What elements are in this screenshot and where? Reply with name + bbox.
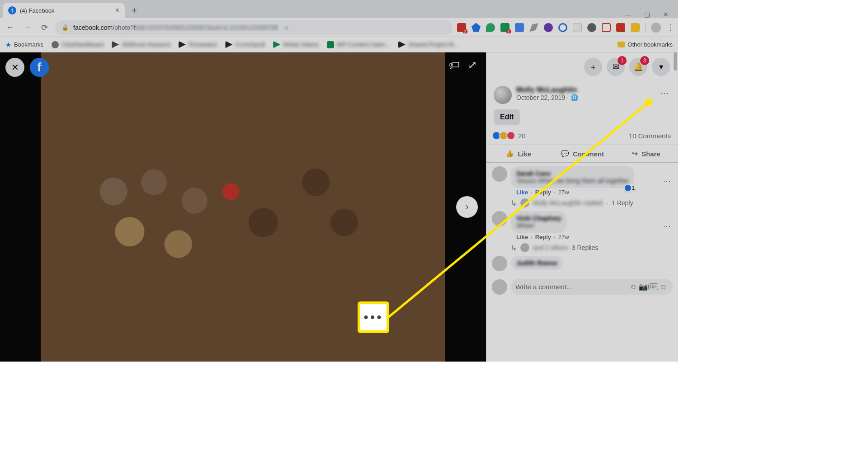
post-date[interactable]: October 22, 2019 [516,94,565,101]
post-options-button[interactable]: ⋯ [658,86,671,100]
emoji-icon[interactable]: ☺ [628,283,638,291]
bookmark-item[interactable]: Wistia Videos [273,41,319,48]
replier-avatar [520,243,529,252]
tab-title: (4) Facebook [20,7,112,14]
reactions-summary: 20 10 Comments [486,128,678,145]
commenter-avatar[interactable] [492,256,507,271]
camera-icon[interactable]: 📷 [638,282,648,291]
post-meta: October 22, 2019 · 🌐 [516,94,654,101]
privacy-icon[interactable]: 🌐 [571,94,578,101]
fullscreen-icon[interactable]: ⤢ [468,59,477,71]
annotation-callout: ••• [358,301,389,333]
scrollbar[interactable] [673,52,678,362]
bookmark-item[interactable]: ClickDashBoard [52,41,104,48]
extension-icon[interactable] [500,23,509,32]
notifications-button[interactable]: 🔔3 [629,58,647,76]
comment-options-button[interactable]: ⋯ [661,176,673,186]
bookmarks-bar: ★Bookmarks ClickDashBoard SEMrush Keywor… [0,37,678,52]
bookmark-item[interactable]: Pricewatch [179,41,217,48]
account-menu-button[interactable]: ▾ [652,58,670,76]
reply-arrow-icon: ↳ [511,199,517,207]
commenter-name[interactable]: Judith Rowse [516,259,557,267]
extension-icon[interactable] [631,23,640,32]
reaction-icons[interactable]: 20 [494,131,526,140]
comment-bubble: Sarah Cass Yessss When we bring them all… [511,166,634,188]
extension-icon[interactable] [457,23,466,32]
view-replies-link[interactable]: ↳ Molly McLaughlin replied · 1 Reply [492,198,673,207]
commenter-avatar[interactable] [492,211,507,226]
tab-strip: f (4) Facebook × + — ▢ ✕ [0,0,678,18]
extension-abp-icon[interactable] [616,23,625,32]
extension-icon[interactable] [573,23,582,32]
tag-icon[interactable]: 🏷 [449,59,460,71]
gif-icon[interactable]: GIF [648,283,658,290]
share-icon: ↪ [632,150,638,158]
comment-composer: Write a comment... ☺ 📷 GIF ☺ [486,274,678,299]
photo-stage: ✕ f 🏷 ⤢ › [0,52,486,362]
extension-evernote-icon[interactable] [486,23,495,32]
comment-reply-link[interactable]: Reply [535,189,551,196]
extension-icon[interactable] [544,23,553,32]
reload-button[interactable]: ⟳ [38,23,51,33]
address-bar[interactable]: 🔒 facebook.com/photo?fbid=10157520631234… [55,20,453,35]
bookmark-item[interactable]: WP Content Calen... [327,41,390,48]
comments-count[interactable]: 10 Comments [629,132,671,140]
my-avatar[interactable] [492,279,507,295]
bookmark-item[interactable]: SEMrush Keyword [112,41,170,48]
window-close-icon[interactable]: ✕ [662,11,670,18]
window-minimize-icon[interactable]: — [624,11,632,18]
extension-icon[interactable] [529,23,538,32]
share-button[interactable]: ↪Share [614,145,678,162]
browser-toolbar: ← → ⟳ 🔒 facebook.com/photo?fbid=10157520… [0,18,678,37]
comment-reaction-pill[interactable]: 1 [624,184,637,192]
window-maximize-icon[interactable]: ▢ [643,11,651,18]
extension-icon[interactable] [602,23,611,32]
bookmark-star-icon[interactable]: ☆ [283,23,289,32]
forward-button[interactable]: → [21,23,33,32]
comment: Sarah Cass Yessss When we bring them all… [492,166,673,196]
comment-bubble: Vicki Chaplney Whee! [511,211,566,233]
caret-down-icon: ▾ [659,62,663,72]
sticker-icon[interactable]: ☺ [658,283,668,291]
comment-options-button[interactable]: ⋯ [661,221,673,231]
facebook-favicon: f [8,6,16,14]
comment-like-link[interactable]: Like [516,189,528,196]
bookmark-item[interactable]: Shared Project M... [398,41,458,48]
comment-reply-link[interactable]: Reply [535,234,551,240]
extension-icon[interactable] [558,23,567,32]
other-bookmarks[interactable]: Other bookmarks [618,41,673,48]
next-photo-button[interactable]: › [456,196,478,218]
facebook-logo[interactable]: f [30,58,49,77]
like-button[interactable]: 👍Like [486,145,550,162]
reaction-love-icon [506,131,515,140]
comment-like-link[interactable]: Like [516,234,528,240]
commenter-name[interactable]: Sarah Cass [516,170,629,177]
commenter-avatar[interactable] [492,166,507,182]
bookmark-item[interactable]: ★Bookmarks [5,41,43,49]
messenger-button[interactable]: ✉1 [607,58,625,76]
chrome-profile-avatar[interactable] [651,23,661,33]
view-replies-link[interactable]: ↳ and 2 others 3 Replies [492,243,673,252]
comment-button[interactable]: 💬Comment [550,145,614,162]
url-text: facebook.com/photo?fbid=1015752063123456… [73,24,278,31]
replier-avatar [520,198,529,207]
extension-icon[interactable] [472,23,481,32]
comment-age: 27w [558,189,569,196]
back-button[interactable]: ← [4,23,16,32]
new-tab-button[interactable]: + [127,4,141,17]
create-button[interactable]: ＋ [584,58,602,76]
close-viewer-button[interactable]: ✕ [5,58,24,77]
author-avatar[interactable] [494,86,512,104]
edit-button[interactable]: Edit [494,109,520,125]
extension-icon[interactable] [587,23,596,32]
extension-icon[interactable] [515,23,524,32]
tab-close-icon[interactable]: × [115,6,119,14]
browser-tab[interactable]: f (4) Facebook × [3,3,125,18]
author-name[interactable]: Molly McLaughlin [516,86,654,94]
chrome-menu-icon[interactable]: ⋮ [666,23,675,33]
bookmark-item[interactable]: Crunchyroll [225,41,265,48]
comment-input[interactable]: Write a comment... ☺ 📷 GIF ☺ [511,279,673,295]
commenter-name[interactable]: Vicki Chaplney [516,215,561,222]
comment: Vicki Chaplney Whee! Like · Reply · 27w … [492,211,673,240]
window-controls: — ▢ ✕ [616,11,678,18]
